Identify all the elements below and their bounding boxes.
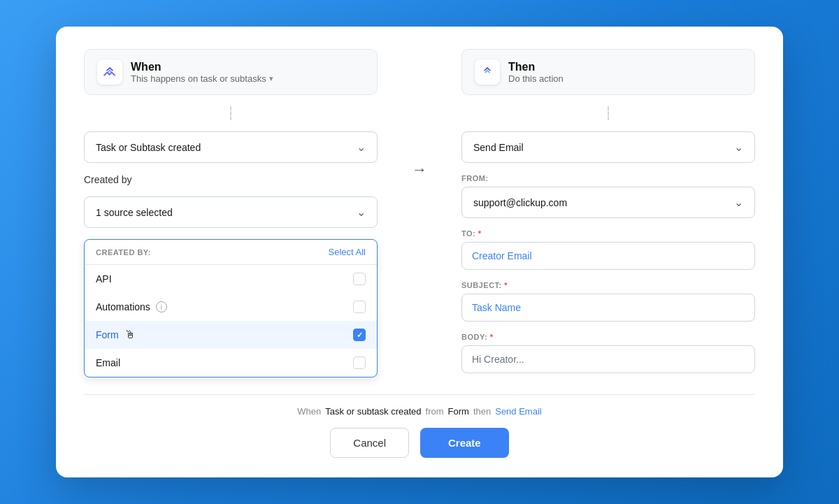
then-header-text: Then Do this action xyxy=(508,61,564,84)
subject-label: SUBJECT: * xyxy=(461,281,755,289)
to-label: TO: * xyxy=(461,229,755,238)
then-subtitle: Do this action xyxy=(508,73,564,84)
right-column: Then Do this action Send Email ⌄ FROM: s… xyxy=(447,49,755,373)
to-field-group: TO: * Creator Email xyxy=(461,229,755,270)
cancel-button[interactable]: Cancel xyxy=(330,428,409,458)
then-title: Then xyxy=(508,61,564,73)
created-by-label: Created by xyxy=(84,174,378,185)
source-caret-icon: ⌄ xyxy=(357,206,366,219)
from-field-group: FROM: support@clickup.com ⌄ xyxy=(461,174,755,218)
breadcrumb-from-value: Form xyxy=(448,406,469,417)
then-header: Then Do this action xyxy=(461,49,755,95)
automations-checkbox[interactable] xyxy=(353,301,366,313)
breadcrumb-when-label: When xyxy=(297,406,321,417)
select-all-button[interactable]: Select All xyxy=(329,247,366,257)
form-label: Form xyxy=(96,329,119,340)
to-required: * xyxy=(478,229,482,238)
footer-actions: Cancel Create xyxy=(330,428,508,458)
to-input[interactable]: Creator Email xyxy=(461,242,755,270)
popup-item-email[interactable]: Email xyxy=(85,349,377,377)
when-header-text: When This happens on task or subtasks ▾ xyxy=(131,61,273,84)
api-label: API xyxy=(96,273,112,285)
body-label: BODY: * xyxy=(461,333,755,341)
breadcrumb: When Task or subtask created from Form t… xyxy=(297,406,541,417)
popup-item-automations[interactable]: Automations i xyxy=(85,293,377,321)
automations-info-icon[interactable]: i xyxy=(156,301,167,312)
breadcrumb-trigger-value: Task or subtask created xyxy=(325,406,421,417)
subject-input[interactable]: Task Name xyxy=(461,294,755,322)
email-label: Email xyxy=(96,357,120,368)
connector-line-left xyxy=(230,106,231,120)
main-columns: When This happens on task or subtasks ▾ … xyxy=(84,49,755,377)
body-required: * xyxy=(490,333,494,341)
when-chevron-icon: ▾ xyxy=(269,74,273,83)
form-checkbox[interactable] xyxy=(353,329,366,341)
body-field-group: BODY: * Hi Creator... xyxy=(461,333,755,373)
popup-header-label: CREATED BY: xyxy=(96,248,151,257)
breadcrumb-from-label: from xyxy=(426,406,444,417)
from-label: FROM: xyxy=(461,174,755,182)
action-caret-icon: ⌄ xyxy=(734,141,743,154)
popup-header: CREATED BY: Select All xyxy=(85,240,377,265)
when-subtitle[interactable]: This happens on task or subtasks ▾ xyxy=(131,73,273,84)
create-button[interactable]: Create xyxy=(420,428,509,458)
subject-field-group: SUBJECT: * Task Name xyxy=(461,281,755,322)
automations-label: Automations xyxy=(96,301,150,312)
arrow-column: → xyxy=(392,49,447,179)
source-dropdown[interactable]: 1 source selected ⌄ xyxy=(84,196,378,228)
from-caret-icon: ⌄ xyxy=(734,196,743,209)
when-header: When This happens on task or subtasks ▾ xyxy=(84,49,378,95)
created-by-popup: CREATED BY: Select All API Automations i xyxy=(84,239,378,377)
trigger-dropdown[interactable]: Task or Subtask created ⌄ xyxy=(84,131,378,163)
email-popup-checkbox[interactable] xyxy=(353,357,366,369)
cursor-icon: 🖱 xyxy=(124,329,136,341)
popup-item-form[interactable]: Form 🖱 xyxy=(85,321,377,349)
breadcrumb-then-label: then xyxy=(473,406,491,417)
subject-required: * xyxy=(504,281,508,289)
popup-item-api[interactable]: API xyxy=(85,265,377,293)
clickup-logo xyxy=(97,59,122,85)
arrow-icon: → xyxy=(412,161,427,179)
connector-line-right xyxy=(608,106,609,120)
trigger-caret-icon: ⌄ xyxy=(357,141,366,154)
left-column: When This happens on task or subtasks ▾ … xyxy=(84,49,392,377)
clickup-logo-right xyxy=(475,59,500,85)
from-dropdown[interactable]: support@clickup.com ⌄ xyxy=(461,187,755,218)
action-dropdown[interactable]: Send Email ⌄ xyxy=(461,131,755,163)
body-input[interactable]: Hi Creator... xyxy=(461,345,755,373)
modal-footer: When Task or subtask created from Form t… xyxy=(84,394,755,458)
when-title: When xyxy=(131,61,273,73)
automation-modal: When This happens on task or subtasks ▾ … xyxy=(56,27,783,477)
breadcrumb-action-value: Send Email xyxy=(495,406,541,417)
api-checkbox[interactable] xyxy=(353,273,366,285)
